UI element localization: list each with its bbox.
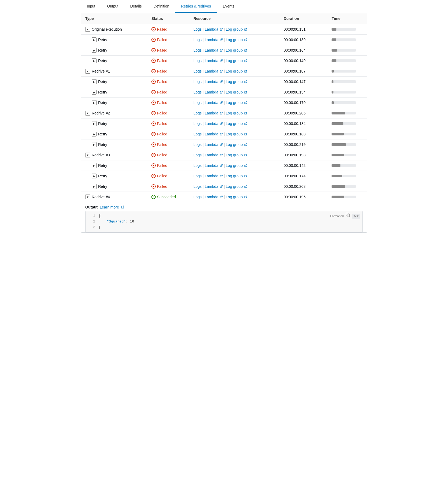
logs-link[interactable]: Logs [193, 121, 201, 126]
tab-input[interactable]: Input [81, 0, 101, 13]
logs-link[interactable]: Logs [193, 27, 201, 31]
failed-icon: ✕ [151, 90, 156, 94]
lambda-link[interactable]: Lambda [205, 163, 218, 168]
expand-button[interactable]: ▶ [92, 58, 97, 63]
logs-link[interactable]: Logs [193, 184, 201, 189]
status-cell: ✕Failed [147, 98, 189, 108]
time-bar-fill [332, 112, 345, 114]
tab-details[interactable]: Details [124, 0, 148, 13]
log-group-link[interactable]: Log group [226, 184, 243, 189]
lambda-link[interactable]: Lambda [205, 195, 218, 199]
expand-button[interactable]: ▼ [85, 111, 90, 116]
lambda-link[interactable]: Lambda [205, 174, 218, 178]
logs-link[interactable]: Logs [193, 80, 201, 84]
log-group-link[interactable]: Log group [226, 142, 243, 147]
col-header-resource: Resource [189, 13, 279, 24]
lambda-link[interactable]: Lambda [205, 132, 218, 136]
expand-button[interactable]: ▶ [92, 184, 97, 189]
log-group-link[interactable]: Log group [226, 90, 243, 94]
logs-link[interactable]: Logs [193, 153, 201, 157]
code-format-tag[interactable]: </> [352, 214, 360, 219]
lambda-link[interactable]: Lambda [205, 59, 218, 63]
lambda-link[interactable]: Lambda [205, 142, 218, 147]
logs-link[interactable]: Logs [193, 100, 201, 105]
tab-definition[interactable]: Definition [148, 0, 175, 13]
log-group-link[interactable]: Log group [226, 163, 243, 168]
lambda-link[interactable]: Lambda [205, 100, 218, 105]
lambda-link[interactable]: Lambda [205, 48, 218, 52]
lambda-link[interactable]: Lambda [205, 121, 218, 126]
lambda-link[interactable]: Lambda [205, 80, 218, 84]
log-group-link[interactable]: Log group [226, 174, 243, 178]
log-group-link[interactable]: Log group [226, 69, 243, 73]
tab-output[interactable]: Output [101, 0, 124, 13]
tab-events[interactable]: Events [217, 0, 240, 13]
duration-cell: 00:00:00.195 [279, 192, 328, 202]
log-group-link[interactable]: Log group [226, 59, 243, 63]
lambda-link[interactable]: Lambda [205, 184, 218, 189]
logs-link[interactable]: Logs [193, 38, 201, 42]
expand-button[interactable]: ▶ [92, 142, 97, 147]
expand-button[interactable]: ▶ [92, 132, 97, 136]
logs-link[interactable]: Logs [193, 48, 201, 52]
table-row: ▼Redrive #4✓Succeeded Logs | Lambda | Lo… [81, 192, 367, 202]
type-cell: ▶Retry [81, 77, 147, 87]
logs-link[interactable]: Logs [193, 59, 201, 63]
expand-button[interactable]: ▶ [92, 79, 97, 84]
type-label: Retry [98, 90, 107, 94]
log-group-link[interactable]: Log group [226, 132, 243, 136]
learn-more-link[interactable]: Learn more [100, 205, 119, 209]
logs-link[interactable]: Logs [193, 132, 201, 136]
expand-button[interactable]: ▶ [92, 48, 97, 53]
expand-button[interactable]: ▼ [85, 27, 90, 32]
type-cell: ▶Retry [81, 118, 147, 129]
expand-button[interactable]: ▼ [85, 195, 90, 199]
time-bar [332, 143, 358, 146]
tab-retries[interactable]: Retries & redrives [175, 0, 217, 13]
lambda-link[interactable]: Lambda [205, 111, 218, 115]
time-bar [332, 164, 358, 167]
log-group-link[interactable]: Log group [226, 111, 243, 115]
time-cell [327, 192, 367, 202]
line-num-1: 1 [89, 213, 95, 219]
lambda-link[interactable]: Lambda [205, 153, 218, 157]
log-group-link[interactable]: Log group [226, 100, 243, 105]
resource-cell: Logs | Lambda | Log group [189, 118, 279, 129]
type-cell: ▼Original execution [81, 24, 147, 35]
time-bar-bg [332, 91, 356, 94]
resource-links: Logs | Lambda | Log group [193, 48, 275, 52]
log-group-link[interactable]: Log group [226, 121, 243, 126]
expand-button[interactable]: ▼ [85, 69, 90, 74]
log-group-link[interactable]: Log group [226, 153, 243, 157]
expand-button[interactable]: ▶ [92, 37, 97, 42]
type-label: Redrive #1 [92, 69, 110, 73]
log-group-link[interactable]: Log group [226, 27, 243, 31]
logs-link[interactable]: Logs [193, 90, 201, 94]
status-cell: ✕Failed [147, 66, 189, 77]
logs-link[interactable]: Logs [193, 195, 201, 199]
expand-button[interactable]: ▶ [92, 121, 97, 126]
lambda-link[interactable]: Lambda [205, 69, 218, 73]
expand-button[interactable]: ▶ [92, 174, 97, 178]
logs-link[interactable]: Logs [193, 111, 201, 115]
logs-link[interactable]: Logs [193, 142, 201, 147]
time-bar-bg [332, 175, 356, 177]
time-cell [327, 35, 367, 45]
expand-button[interactable]: ▶ [92, 100, 97, 105]
lambda-link[interactable]: Lambda [205, 38, 218, 42]
copy-code-button[interactable] [346, 213, 350, 220]
external-link-icon [121, 206, 124, 209]
logs-link[interactable]: Logs [193, 174, 201, 178]
expand-button[interactable]: ▶ [92, 90, 97, 95]
expand-button[interactable]: ▼ [85, 153, 90, 157]
lambda-link[interactable]: Lambda [205, 90, 218, 94]
log-group-link[interactable]: Log group [226, 38, 243, 42]
logs-link[interactable]: Logs [193, 163, 201, 168]
expand-button[interactable]: ▶ [92, 163, 97, 168]
log-group-link[interactable]: Log group [226, 195, 243, 199]
log-group-link[interactable]: Log group [226, 80, 243, 84]
resource-cell: Logs | Lambda | Log group [189, 24, 279, 35]
lambda-link[interactable]: Lambda [205, 27, 218, 31]
log-group-link[interactable]: Log group [226, 48, 243, 52]
logs-link[interactable]: Logs [193, 69, 201, 73]
